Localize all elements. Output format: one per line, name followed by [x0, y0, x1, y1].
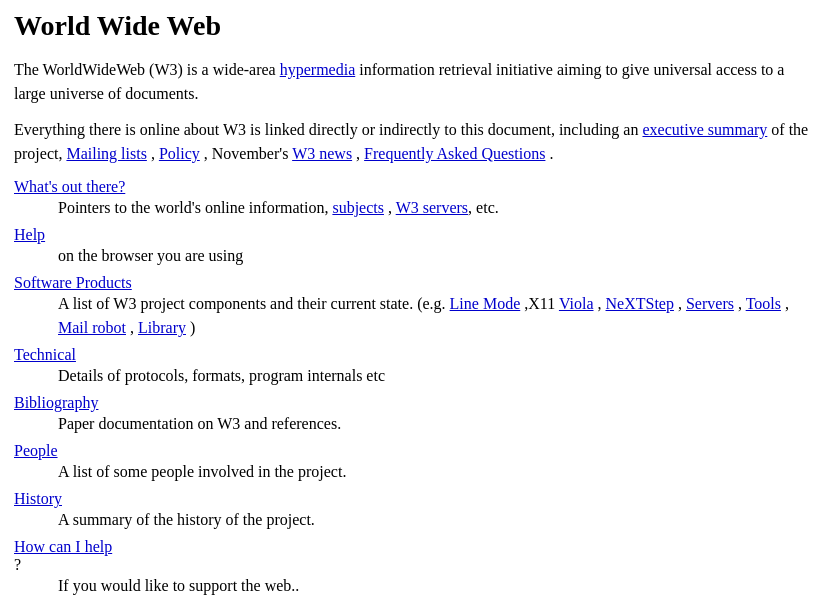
how-can-i-help-link[interactable]: How can I help [14, 538, 816, 556]
library-link[interactable]: Library [138, 319, 186, 336]
faq-link[interactable]: Frequently Asked Questions [364, 145, 545, 162]
tools-link[interactable]: Tools [746, 295, 781, 312]
software-products-desc: A list of W3 project components and thei… [58, 292, 816, 340]
intro-paragraph-2: Everything there is online about W3 is l… [14, 118, 816, 166]
software-products-link[interactable]: Software Products [14, 274, 816, 292]
help-desc: on the browser you are using [58, 244, 816, 268]
whats-out-there-desc: Pointers to the world's online informati… [58, 196, 816, 220]
w3-news-link[interactable]: W3 news [292, 145, 352, 162]
servers-link[interactable]: Servers [686, 295, 734, 312]
page-title: World Wide Web [14, 10, 816, 42]
section-help: Help on the browser you are using [14, 226, 816, 268]
hypermedia-link[interactable]: hypermedia [280, 61, 356, 78]
intro2-sep3: , [352, 145, 364, 162]
intro-paragraph-1: The WorldWideWeb (W3) is a wide-area hyp… [14, 58, 816, 106]
section-people: People A list of some people involved in… [14, 442, 816, 484]
people-desc: A list of some people involved in the pr… [58, 460, 816, 484]
section-whats-out-there: What's out there? Pointers to the world'… [14, 178, 816, 220]
section-how-can-i-help: How can I help ? If you would like to su… [14, 538, 816, 598]
section-software-products: Software Products A list of W3 project c… [14, 274, 816, 340]
intro2-sep1: , [147, 145, 159, 162]
people-link[interactable]: People [14, 442, 816, 460]
bibliography-link[interactable]: Bibliography [14, 394, 816, 412]
section-history: History A summary of the history of the … [14, 490, 816, 532]
intro1-text: The WorldWideWeb (W3) is a wide-area [14, 61, 280, 78]
intro2-sep2: , November's [200, 145, 292, 162]
whats-out-there-link[interactable]: What's out there? [14, 178, 816, 196]
how-can-i-help-desc: If you would like to support the web.. [58, 574, 816, 598]
history-link[interactable]: History [14, 490, 816, 508]
section-bibliography: Bibliography Paper documentation on W3 a… [14, 394, 816, 436]
technical-desc: Details of protocols, formats, program i… [58, 364, 816, 388]
nextstep-link[interactable]: NeXTStep [606, 295, 674, 312]
technical-link[interactable]: Technical [14, 346, 816, 364]
section-technical: Technical Details of protocols, formats,… [14, 346, 816, 388]
bibliography-desc: Paper documentation on W3 and references… [58, 412, 816, 436]
executive-summary-link[interactable]: executive summary [642, 121, 767, 138]
subjects-link[interactable]: subjects [332, 199, 384, 216]
help-link[interactable]: Help [14, 226, 816, 244]
intro2-pre: Everything there is online about W3 is l… [14, 121, 642, 138]
line-mode-link[interactable]: Line Mode [450, 295, 521, 312]
mail-robot-link[interactable]: Mail robot [58, 319, 126, 336]
w3-servers-link[interactable]: W3 servers [396, 199, 468, 216]
policy-link[interactable]: Policy [159, 145, 200, 162]
intro2-end: . [545, 145, 553, 162]
history-desc: A summary of the history of the project. [58, 508, 816, 532]
viola-link[interactable]: Viola [559, 295, 594, 312]
mailing-lists-link[interactable]: Mailing lists [66, 145, 146, 162]
